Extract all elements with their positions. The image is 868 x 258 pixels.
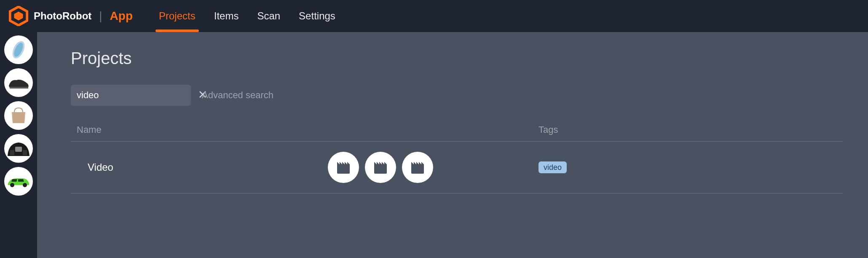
- table-header: Name Tags: [71, 118, 843, 142]
- body: Projects Advanced search Name Tags Video: [0, 32, 868, 258]
- nav-projects[interactable]: Projects: [159, 0, 196, 32]
- main-nav: Projects Items Scan Settings: [159, 0, 335, 32]
- clapperboard-icon: [410, 161, 425, 174]
- brand[interactable]: PhotoRobot | App: [8, 6, 133, 26]
- tag-badge[interactable]: video: [538, 161, 567, 173]
- row-tags: video: [538, 163, 567, 172]
- sidebar-thumb-green-car[interactable]: [4, 167, 33, 196]
- svg-point-7: [10, 183, 14, 187]
- search-row: Advanced search: [71, 85, 843, 106]
- sidebar-thumb-car-interior[interactable]: [4, 134, 33, 163]
- row-thumb[interactable]: [328, 152, 359, 183]
- nav-scan[interactable]: Scan: [257, 0, 280, 32]
- svg-marker-1: [14, 11, 23, 20]
- advanced-search-link[interactable]: Advanced search: [202, 90, 273, 101]
- clapperboard-icon: [373, 161, 388, 174]
- row-thumb[interactable]: [365, 152, 396, 183]
- brand-app: App: [110, 9, 133, 23]
- column-header-name[interactable]: Name: [71, 124, 538, 135]
- table-row[interactable]: Video video: [71, 142, 843, 194]
- svg-rect-4: [15, 147, 22, 152]
- svg-rect-6: [23, 150, 27, 155]
- sidebar: [0, 32, 37, 258]
- svg-point-8: [23, 183, 27, 187]
- column-header-tags[interactable]: Tags: [538, 124, 558, 135]
- svg-rect-5: [10, 150, 14, 155]
- sidebar-thumb-handbag[interactable]: [4, 101, 33, 130]
- nav-settings[interactable]: Settings: [299, 0, 335, 32]
- nav-items[interactable]: Items: [214, 0, 239, 32]
- clapperboard-icon: [336, 161, 351, 174]
- search-box: [71, 85, 191, 106]
- row-thumbnails: [328, 152, 538, 183]
- main-content: Projects Advanced search Name Tags Video: [37, 32, 868, 258]
- sidebar-thumb-sneaker[interactable]: [4, 68, 33, 97]
- logo-icon: [8, 6, 29, 26]
- page-title: Projects: [71, 49, 843, 68]
- brand-name: PhotoRobot: [34, 10, 91, 22]
- header: PhotoRobot | App Projects Items Scan Set…: [0, 0, 868, 32]
- sidebar-thumb-shoe-sole[interactable]: [4, 35, 33, 64]
- brand-separator: |: [99, 9, 102, 23]
- row-name: Video: [71, 161, 328, 173]
- search-input[interactable]: [77, 90, 193, 101]
- row-thumb[interactable]: [402, 152, 433, 183]
